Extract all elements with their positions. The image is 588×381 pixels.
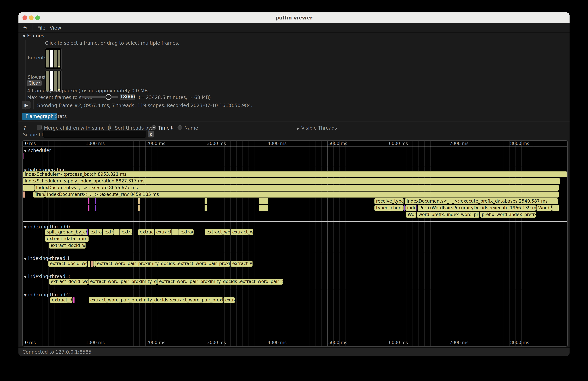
scope-bar[interactable]: receive_typed_ [374,198,404,204]
tab-stats[interactable]: Stats [51,113,70,120]
frames-section-header[interactable]: ▼Frames [23,33,44,39]
scope-mark[interactable] [552,205,559,211]
scope-bar[interactable]: extract_word_pair_proximity_docids::extr… [95,261,230,267]
scope-mark[interactable] [87,229,88,235]
scope-mark[interactable] [73,297,75,303]
scope-filter-input[interactable] [43,130,146,138]
scope-bar[interactable]: extrac [120,229,132,235]
frame-bar[interactable] [54,50,57,67]
section-divider [23,271,567,271]
scope-bar[interactable]: Trans [33,191,45,198]
scope-mark[interactable] [114,229,120,235]
thread-header-indexing-thread:0[interactable]: ▼indexing-thread:0 [24,224,70,230]
scope-bar[interactable]: extract_w [155,229,171,235]
scope-bar[interactable]: PrefixWordPairsProximityDocids::execute … [418,205,536,211]
scope-mark[interactable] [23,191,25,198]
scope-bar[interactable]: extract_doc [50,297,72,303]
thread-header-indexing-thread:2[interactable]: ▼indexing-thread:2 [24,292,70,297]
scope-mark[interactable] [404,205,405,211]
scope-bar[interactable]: extract_wo [231,229,253,235]
scope-bar[interactable]: prefix_word::index_prefix_wo [480,212,536,218]
clear-button[interactable]: Clear [27,80,42,86]
scope-bar[interactable]: Word [406,212,416,218]
scope-filter-clear-button[interactable]: x [148,131,154,137]
play-button[interactable]: ▶ [22,101,31,109]
scope-bar[interactable]: extra [103,229,114,235]
scope-mark[interactable] [138,205,140,211]
scope-mark[interactable] [95,198,96,204]
scope-mark[interactable] [23,153,23,159]
scope-mark[interactable] [95,205,96,211]
scope-mark[interactable] [91,261,93,267]
max-frames-value[interactable]: 18000 [120,94,135,100]
scope-bar[interactable]: split_grenad_by_chun [45,229,87,235]
visible-threads-header[interactable]: ▶Visible Threads [297,125,337,131]
thread-header-scheduler[interactable]: ▼scheduler [24,148,51,153]
scope-bar[interactable]: IndexDocuments<_, _>::execute_prefix_dat… [405,198,558,204]
merge-children-checkbox[interactable] [37,125,42,130]
ruler-tick: 7000 ms [450,141,468,146]
scope-bar[interactable]: extract_docid_word [49,243,85,249]
scope-mark[interactable] [205,205,207,211]
scope-bar[interactable]: extract_word_pair_proximity_docids [88,279,157,285]
scope-bar[interactable]: extract_wo [231,261,252,267]
frame-bar[interactable] [50,50,53,67]
scope-bar[interactable]: IndexScheduler>::apply_index_operation 8… [23,178,560,184]
scope-mark[interactable] [171,229,179,235]
ruler-tick: 5000 ms [328,340,347,345]
status-bar: Connected to 127.0.0.1:8585 [19,347,569,356]
scope-bar[interactable]: WordPr [536,205,552,211]
scope-mark[interactable] [88,261,90,267]
scope-bar[interactable]: extract_docid_word [48,261,87,267]
scope-mark[interactable] [93,261,95,267]
sort-time-radio[interactable] [151,125,156,130]
sort-name-label: Name [184,125,198,131]
scope-bar[interactable]: extract_word [205,229,230,235]
max-frames-slider-track[interactable] [82,96,118,98]
scope-bar[interactable]: word_prefix::index_word_prefix_ [417,212,480,218]
app-window: puffin viewer ☀ File View ▼Frames Click … [19,12,569,356]
scope-mark[interactable] [417,205,417,211]
thread-header-indexing-thread:1[interactable]: ▼indexing-thread:1 [24,256,70,261]
scope-bar[interactable]: extract::data_from_ob [45,236,89,242]
scope-bar[interactable]: extract [179,229,194,235]
menu-view[interactable]: View [50,25,61,31]
sort-threads-label: Sort threads by: [115,125,152,131]
scope-mark[interactable] [88,198,89,204]
recent-frames-thumbnail[interactable] [45,48,62,69]
section-divider [23,167,567,167]
scope-bar[interactable]: extrac [224,297,235,303]
help-button[interactable]: ? [23,125,26,131]
collapse-icon: ▼ [24,293,26,297]
section-divider [23,289,567,289]
scope-bar[interactable]: extract_word_pair_proximity_docids::extr… [89,297,223,303]
ruler-tick: 1000 ms [85,340,105,345]
scope-bar[interactable]: IndexScheduler>::process_batch 8953.821 … [23,171,567,177]
frame-bar[interactable] [58,50,61,67]
scope-bar[interactable]: extract [89,229,102,235]
scope-bar[interactable]: extract_docid_word [49,279,88,285]
scope-mark[interactable] [88,205,89,211]
ruler-tick: 8000 ms [510,340,529,345]
scope-bar[interactable]: extract_word_pair_proximity_docids::extr… [157,279,283,285]
max-frames-slider-knob[interactable] [106,94,111,100]
theme-toggle-icon[interactable]: ☀ [23,24,27,30]
frame-bar[interactable] [46,50,49,67]
scope-bar[interactable]: extract_ [138,229,154,235]
scope-bar[interactable]: IndexDocuments<_, _>::execute 8656.677 m… [34,185,559,191]
scope-bar[interactable]: index [405,205,416,211]
scope-mark[interactable] [205,198,207,204]
scope-mark[interactable] [138,198,140,204]
scope-bar[interactable]: IndexDocuments<_, _>::execute_raw 8459.1… [45,191,559,198]
ruler-tick: 7000 ms [450,340,468,345]
scope-bar[interactable]: typed_chunk::w [374,205,404,211]
sort-direction-icon[interactable]: ⬇ [170,125,174,131]
sort-name-radio[interactable] [178,125,182,130]
menu-file[interactable]: File [37,25,45,31]
scope-mark[interactable] [23,185,34,191]
recent-label: Recent: [28,55,45,61]
flamegraph-canvas[interactable]: 0 ms0 ms1000 ms1000 ms2000 ms2000 ms3000… [22,140,568,347]
scope-mark[interactable] [259,205,268,211]
scope-mark[interactable] [259,198,268,204]
divider [109,124,110,131]
